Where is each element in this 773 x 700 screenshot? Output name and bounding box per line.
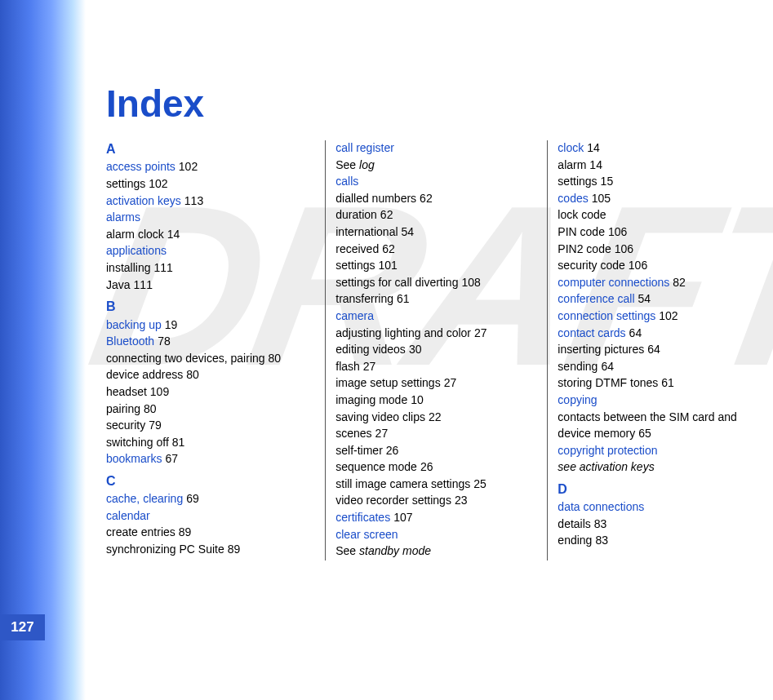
term[interactable]: certificates xyxy=(335,511,390,524)
page-ref[interactable]: 27 xyxy=(375,427,389,440)
term[interactable]: copying xyxy=(558,393,597,406)
see-target[interactable]: log xyxy=(359,158,375,171)
subentry-sending: sending64 xyxy=(558,359,763,375)
entry-codes: codes105 xyxy=(558,191,763,207)
term[interactable]: applications xyxy=(106,244,167,257)
see-prefix: See xyxy=(335,544,359,557)
page-ref[interactable]: 30 xyxy=(409,343,422,356)
page-ref[interactable]: 64 xyxy=(601,360,614,373)
page-ref[interactable]: 83 xyxy=(594,517,607,530)
term[interactable]: contact cards xyxy=(558,326,625,339)
page-ref[interactable]: 14 xyxy=(587,141,600,154)
subterm: duration xyxy=(335,208,377,221)
term[interactable]: camera xyxy=(335,309,374,322)
page-ref[interactable]: 80 xyxy=(186,368,199,381)
subentry-cam-flash: flash27 xyxy=(335,359,537,375)
subterm: PIN code xyxy=(558,225,605,238)
subterm: headset xyxy=(106,385,147,398)
term[interactable]: calls xyxy=(335,175,358,188)
page-ref[interactable]: 62 xyxy=(420,192,433,205)
page-ref[interactable]: 69 xyxy=(186,492,199,505)
page-ref[interactable]: 106 xyxy=(615,242,633,255)
see-activation-keys[interactable]: see activation keys xyxy=(558,459,763,476)
page-ref[interactable]: 23 xyxy=(455,494,468,507)
page-ref[interactable]: 61 xyxy=(661,376,674,389)
page-ref[interactable]: 111 xyxy=(134,278,153,291)
page-ref[interactable]: 80 xyxy=(269,352,282,365)
page-ref[interactable]: 109 xyxy=(150,385,169,398)
page-ref[interactable]: 101 xyxy=(379,259,398,272)
term[interactable]: cache, clearing xyxy=(106,492,183,505)
page-ref[interactable]: 25 xyxy=(473,477,486,490)
page-ref[interactable]: 113 xyxy=(184,194,203,207)
page-ref[interactable]: 108 xyxy=(461,276,480,289)
entry-alarms: alarms xyxy=(106,210,315,226)
subterm: pairing xyxy=(106,402,140,415)
term[interactable]: Bluetooth xyxy=(106,334,154,348)
term[interactable]: codes xyxy=(558,192,588,205)
page-ref[interactable]: 22 xyxy=(429,410,442,423)
page-ref[interactable]: 15 xyxy=(601,175,614,188)
term[interactable]: data connections xyxy=(558,500,644,513)
page-ref[interactable]: 102 xyxy=(149,177,167,190)
page-ref[interactable]: 89 xyxy=(228,543,241,556)
term[interactable]: activation keys xyxy=(106,194,181,207)
term[interactable]: clock xyxy=(558,141,584,154)
page-ref[interactable]: 89 xyxy=(179,525,192,538)
page-ref[interactable]: 27 xyxy=(444,376,457,389)
page-ref[interactable]: 105 xyxy=(592,192,611,205)
term[interactable]: call register xyxy=(335,141,394,154)
page-ref[interactable]: 64 xyxy=(629,326,642,339)
page-ref[interactable]: 62 xyxy=(380,208,393,221)
subterm: settings xyxy=(558,175,597,188)
page-ref[interactable]: 106 xyxy=(608,225,627,238)
term[interactable]: calendar xyxy=(106,509,150,522)
page-ref[interactable]: 62 xyxy=(382,242,395,255)
term[interactable]: backing up xyxy=(106,318,162,331)
subentry-inserting-pictures: inserting pictures64 xyxy=(558,342,763,358)
page-ref[interactable]: 82 xyxy=(673,276,686,289)
subterm: sending xyxy=(558,360,598,373)
page-ref[interactable]: 10 xyxy=(411,393,424,406)
subentry-ap-settings: settings102 xyxy=(106,176,315,193)
page-ref[interactable]: 27 xyxy=(474,326,487,339)
page-ref[interactable]: 19 xyxy=(165,318,178,331)
subentry-pin-code: PIN code106 xyxy=(558,224,763,241)
page-ref[interactable]: 106 xyxy=(629,259,647,272)
page-ref[interactable]: 54 xyxy=(402,225,415,238)
see-standby-mode: See standby mode xyxy=(335,543,537,560)
page-ref[interactable]: 67 xyxy=(165,452,178,465)
term[interactable]: connection settings xyxy=(558,309,655,322)
page-ref[interactable]: 78 xyxy=(158,334,171,348)
page-ref[interactable]: 107 xyxy=(393,511,412,524)
term[interactable]: copyright protection xyxy=(558,444,657,457)
term[interactable]: computer connections xyxy=(558,276,669,289)
page-ref[interactable]: 14 xyxy=(167,228,180,241)
page-ref[interactable]: 83 xyxy=(595,534,608,547)
see-target[interactable]: standby mode xyxy=(359,544,431,557)
subterm: PIN2 code xyxy=(558,242,611,255)
term[interactable]: alarms xyxy=(106,210,140,224)
term[interactable]: access points xyxy=(106,160,175,173)
term[interactable]: bookmarks xyxy=(106,452,162,465)
page-ref[interactable]: 65 xyxy=(638,427,651,440)
term[interactable]: clear screen xyxy=(335,528,398,541)
page-ref[interactable]: 54 xyxy=(638,292,651,305)
subterm: received xyxy=(335,242,379,255)
page-ref[interactable]: 27 xyxy=(363,360,376,373)
page-ref[interactable]: 102 xyxy=(179,160,198,173)
page-ref[interactable]: 111 xyxy=(153,261,172,274)
subterm: still image camera settings xyxy=(335,477,470,490)
term[interactable]: conference call xyxy=(558,292,634,305)
subentry-lock-code: lock code xyxy=(558,207,763,224)
page-ref[interactable]: 80 xyxy=(144,402,157,415)
index-column-1: A access points102 settings102 activatio… xyxy=(106,140,326,560)
page-ref[interactable]: 102 xyxy=(659,309,677,322)
page-ref[interactable]: 61 xyxy=(397,292,410,305)
page-ref[interactable]: 64 xyxy=(647,343,660,356)
page-ref[interactable]: 81 xyxy=(172,436,185,449)
page-ref[interactable]: 26 xyxy=(386,444,399,457)
page-ref[interactable]: 79 xyxy=(149,419,162,432)
page-ref[interactable]: 26 xyxy=(420,460,433,473)
page-ref[interactable]: 14 xyxy=(589,158,602,171)
